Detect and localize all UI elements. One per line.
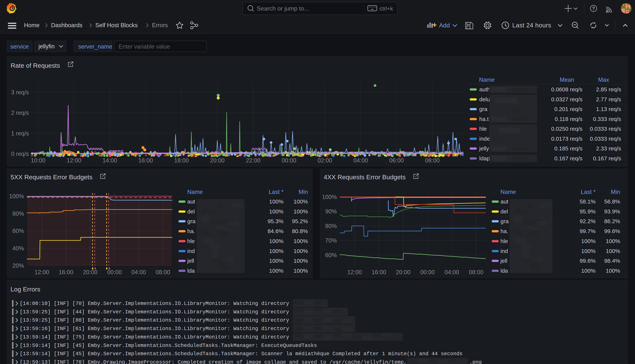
svg-text:Dashboards: Dashboards [51, 22, 82, 28]
svg-text:100%: 100% [323, 194, 337, 200]
svg-text:2 req/s: 2 req/s [11, 110, 29, 116]
svg-text:00:00: 00:00 [107, 269, 122, 276]
svg-text:06:00: 06:00 [389, 157, 404, 164]
svg-text:12:00: 12:00 [347, 269, 362, 276]
svg-text:Search or jump to...: Search or jump to... [257, 5, 309, 12]
svg-text:100%: 100% [9, 193, 24, 200]
svg-text:ctrl+k: ctrl+k [379, 6, 393, 12]
svg-text:Errors: Errors [152, 22, 168, 28]
svg-text:14:00: 14:00 [103, 157, 117, 164]
svg-text:04:00: 04:00 [353, 157, 368, 164]
svg-text:Home: Home [24, 22, 40, 28]
svg-text:Self Host Blocks: Self Host Blocks [95, 22, 138, 28]
svg-text:20%: 20% [13, 262, 24, 269]
svg-text:Add: Add [439, 22, 450, 29]
svg-text:60%: 60% [13, 228, 24, 234]
svg-text:08:00: 08:00 [469, 269, 484, 276]
svg-text:04:00: 04:00 [131, 269, 146, 276]
svg-text:20:00: 20:00 [210, 157, 225, 164]
svg-text:04:00: 04:00 [444, 269, 459, 276]
svg-text:22:00: 22:00 [246, 157, 260, 164]
svg-text:16:00: 16:00 [138, 157, 153, 164]
svg-text:70%: 70% [325, 237, 337, 244]
svg-text:10:00: 10:00 [31, 157, 46, 164]
svg-text:00:00: 00:00 [420, 269, 435, 276]
svg-text:Last 24 hours: Last 24 hours [512, 22, 551, 29]
svg-text:60%: 60% [325, 252, 337, 258]
svg-text:18:00: 18:00 [174, 157, 189, 164]
svg-text:1 req/s: 1 req/s [11, 130, 29, 137]
svg-text:16:00: 16:00 [372, 269, 386, 276]
svg-text:08:00: 08:00 [425, 157, 440, 164]
svg-text:80%: 80% [13, 210, 24, 217]
svg-text:08:00: 08:00 [156, 269, 170, 276]
svg-text:20:00: 20:00 [83, 269, 98, 276]
svg-text:20:00: 20:00 [396, 269, 411, 276]
svg-text:16:00: 16:00 [59, 269, 73, 276]
svg-text:90%: 90% [325, 208, 337, 215]
svg-text:80%: 80% [325, 223, 337, 229]
svg-text:02:00: 02:00 [318, 157, 332, 164]
svg-text:00:00: 00:00 [282, 157, 296, 164]
svg-text:?: ? [592, 6, 595, 11]
svg-text:3 req/s: 3 req/s [11, 89, 29, 96]
svg-text:12:00: 12:00 [35, 269, 49, 276]
svg-text:0 req/s: 0 req/s [11, 150, 29, 157]
svg-text:40%: 40% [13, 245, 24, 252]
svg-text:12:00: 12:00 [67, 157, 81, 164]
